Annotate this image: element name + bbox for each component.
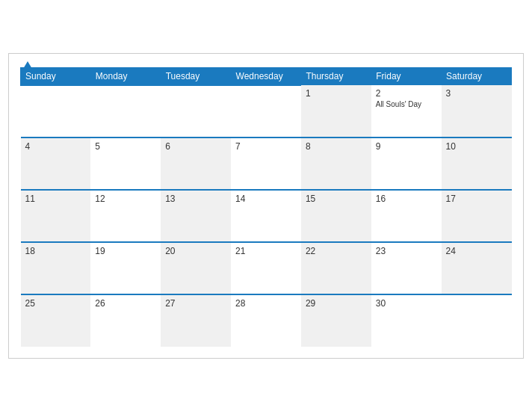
calendar-cell: 26 (90, 294, 161, 347)
weekday-header-row: SundayMondayTuesdayWednesdayThursdayFrid… (21, 67, 512, 85)
weekday-header-monday: Monday (90, 67, 161, 85)
day-number: 2 (376, 88, 437, 99)
day-number: 23 (376, 246, 437, 256)
calendar-cell: 6 (161, 137, 231, 190)
day-number: 25 (25, 298, 87, 309)
calendar-cell: 2All Souls' Day (371, 85, 442, 137)
day-number: 30 (376, 298, 437, 309)
day-number: 16 (376, 194, 437, 204)
day-number: 9 (376, 141, 437, 152)
day-number: 28 (235, 298, 297, 309)
weekday-header-tuesday: Tuesday (161, 67, 231, 85)
day-number: 4 (25, 141, 87, 152)
weekday-header-wednesday: Wednesday (231, 67, 301, 85)
day-number: 14 (235, 194, 297, 204)
weekday-header-thursday: Thursday (301, 67, 371, 85)
calendar-cell: 7 (231, 137, 301, 190)
calendar-container: SundayMondayTuesdayWednesdayThursdayFrid… (8, 53, 524, 359)
day-number: 7 (235, 141, 297, 152)
day-number: 3 (446, 88, 507, 99)
calendar-grid: SundayMondayTuesdayWednesdayThursdayFrid… (20, 67, 512, 347)
day-number: 17 (446, 194, 507, 204)
calendar-cell: 14 (231, 190, 301, 242)
day-number: 26 (95, 298, 156, 309)
day-number: 19 (95, 246, 156, 256)
logo-triangle-icon (23, 61, 32, 69)
calendar-cell (231, 85, 301, 137)
day-number: 29 (306, 298, 367, 309)
day-number: 10 (446, 141, 507, 152)
calendar-cell: 1 (301, 85, 371, 137)
calendar-cell: 9 (371, 137, 442, 190)
calendar-cell (442, 294, 512, 347)
week-row-4: 18192021222324 (21, 242, 512, 294)
calendar-cell: 13 (161, 190, 231, 242)
day-number: 18 (25, 246, 87, 256)
calendar-cell: 25 (21, 294, 91, 347)
calendar-cell: 5 (90, 137, 161, 190)
calendar-cell: 28 (231, 294, 301, 347)
day-number: 1 (306, 88, 367, 99)
day-number: 8 (306, 141, 367, 152)
day-number: 15 (306, 194, 367, 204)
calendar-cell: 21 (231, 242, 301, 294)
calendar-cell (21, 85, 91, 137)
weekday-header-friday: Friday (371, 67, 442, 85)
calendar-cell: 22 (301, 242, 371, 294)
day-number: 12 (95, 194, 156, 204)
logo-row (20, 61, 32, 69)
weekday-header-sunday: Sunday (21, 67, 91, 85)
calendar-cell: 24 (442, 242, 512, 294)
calendar-cell: 30 (371, 294, 442, 347)
day-number: 27 (165, 298, 226, 309)
calendar-cell: 17 (442, 190, 512, 242)
event-text: All Souls' Day (376, 100, 437, 108)
day-number: 21 (235, 246, 297, 256)
day-number: 20 (165, 246, 226, 256)
calendar-cell: 18 (21, 242, 91, 294)
calendar-cell: 19 (90, 242, 161, 294)
calendar-cell: 12 (90, 190, 161, 242)
calendar-cell: 20 (161, 242, 231, 294)
calendar-cell: 23 (371, 242, 442, 294)
week-row-1: 12All Souls' Day3 (21, 85, 512, 137)
calendar-cell: 10 (442, 137, 512, 190)
calendar-cell: 11 (21, 190, 91, 242)
day-number: 24 (446, 246, 507, 256)
day-number: 5 (95, 141, 156, 152)
weekday-header-saturday: Saturday (442, 67, 512, 85)
calendar-cell: 16 (371, 190, 442, 242)
day-number: 22 (306, 246, 367, 256)
calendar-cell: 15 (301, 190, 371, 242)
week-row-2: 45678910 (21, 137, 512, 190)
week-row-5: 252627282930 (21, 294, 512, 347)
calendar-cell (90, 85, 161, 137)
calendar-cell: 4 (21, 137, 91, 190)
calendar-cell (161, 85, 231, 137)
calendar-cell: 29 (301, 294, 371, 347)
week-row-3: 11121314151617 (21, 190, 512, 242)
calendar-cell: 8 (301, 137, 371, 190)
calendar-cell: 3 (442, 85, 512, 137)
logo (20, 61, 32, 69)
day-number: 11 (25, 194, 87, 204)
day-number: 13 (165, 194, 226, 204)
calendar-cell: 27 (161, 294, 231, 347)
day-number: 6 (165, 141, 226, 152)
